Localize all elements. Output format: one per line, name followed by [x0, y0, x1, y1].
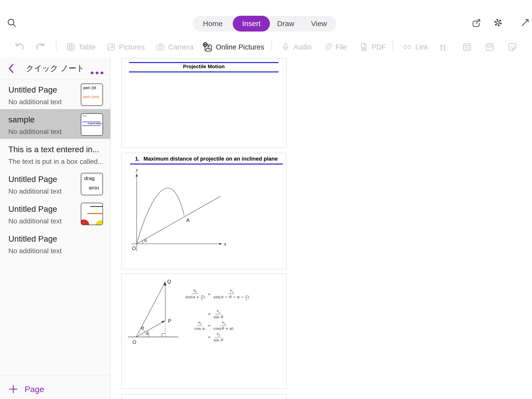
- undo-icon: [14, 42, 24, 52]
- tab-insert[interactable]: Insert: [233, 16, 270, 32]
- microphone-icon: [281, 42, 290, 52]
- page-row-untitled-1[interactable]: Untitled Page No additional text pen (bl…: [0, 79, 110, 109]
- svg-text:O: O: [133, 339, 136, 345]
- svg-text:PDF: PDF: [362, 48, 366, 50]
- thumb-mini-title: Projectile Motion: [88, 123, 102, 124]
- math-pi-icon: π: [439, 42, 446, 52]
- plus-icon: [9, 385, 18, 394]
- tab-draw[interactable]: Draw: [270, 16, 301, 32]
- settings-button[interactable]: [493, 18, 503, 28]
- insert-pdf-button[interactable]: PDF PDF: [359, 37, 386, 57]
- camera-label: Camera: [168, 43, 194, 51]
- online-pictures-label: Online Pictures: [216, 43, 264, 51]
- sidebar-header: クイック ノート: [0, 57, 110, 79]
- page-title-text: Projectile Motion: [129, 64, 279, 69]
- page-subtitle: No additional text: [8, 128, 62, 136]
- svg-text:θ: θ: [141, 325, 144, 331]
- page-row-untitled-4[interactable]: Untitled Page No additional text: [0, 228, 110, 258]
- insert-date-button[interactable]: [462, 37, 472, 57]
- page-thumbnail: pen (bl pen (ora: [81, 83, 103, 106]
- page-title: Untitled Page: [8, 234, 57, 244]
- table-label: Table: [79, 43, 96, 51]
- sidebar-footer-divider: [0, 375, 110, 376]
- insert-pictures-button[interactable]: Pictures: [106, 37, 145, 57]
- equation-row-3: v0 cos α = va cos(θ + α): [183, 320, 250, 331]
- content-block-trajectory[interactable]: 1.Maximum distance of projectile on an i…: [121, 153, 287, 269]
- content-block-vectors[interactable]: Q P O θ α v0 sin(α + π2) = va sin(π − θ …: [121, 273, 287, 389]
- page-row-sample[interactable]: sample No additional text Projectile Mot…: [0, 109, 110, 139]
- page-row-untitled-2[interactable]: Untitled Page No additional text drag ar…: [0, 169, 110, 199]
- link-icon: [403, 42, 412, 52]
- search-icon: [7, 18, 17, 28]
- page-title: This is a text entered in...: [8, 145, 99, 154]
- gear-icon: [493, 18, 503, 28]
- ribbon-divider: [56, 39, 56, 51]
- add-page-button[interactable]: Page: [0, 379, 110, 399]
- title-rule-bottom: [129, 71, 279, 72]
- more-options-button[interactable]: [90, 71, 104, 75]
- insert-file-button[interactable]: File: [323, 37, 347, 57]
- ellipsis-icon: [90, 71, 104, 75]
- content-block-next[interactable]: [121, 394, 287, 399]
- svg-text:y: y: [135, 167, 139, 172]
- ribbon-divider: [393, 39, 393, 51]
- page-subtitle: The text is put in a box called...: [8, 158, 103, 166]
- page-thumbnail: [81, 203, 103, 225]
- share-button[interactable]: [471, 18, 481, 28]
- insert-table-button[interactable]: Table: [66, 37, 96, 57]
- ribbon-tabbar: Home Insert Draw View: [193, 16, 336, 32]
- thumb-yellow-blob: [95, 220, 103, 225]
- title-rule-top: [129, 62, 279, 63]
- thumb-ink-black: pen (bl: [83, 85, 96, 90]
- page-subtitle: No additional text: [8, 247, 62, 255]
- insert-online-pictures-button[interactable]: Online Pictures: [202, 37, 264, 57]
- thumb-blue-line: [82, 125, 100, 126]
- page-title: sample: [8, 115, 34, 124]
- equation-row-4: = vy sin θ: [183, 332, 250, 342]
- page-row-textbox-note[interactable]: This is a text entered in... The text is…: [0, 139, 110, 169]
- insert-camera-button[interactable]: Camera: [156, 37, 194, 57]
- pdf-icon: PDF: [359, 42, 368, 52]
- insert-link-button[interactable]: Link: [403, 37, 428, 57]
- insert-sticker-button[interactable]: [507, 37, 517, 57]
- tab-home[interactable]: Home: [193, 16, 233, 32]
- svg-text:A: A: [186, 217, 190, 223]
- online-pictures-icon: [202, 42, 213, 52]
- insert-audio-button[interactable]: Audio: [281, 37, 312, 57]
- thumb-black-stroke: [90, 206, 102, 207]
- paperclip-icon: [323, 42, 332, 52]
- content-block-title[interactable]: Projectile Motion: [121, 58, 287, 148]
- fullscreen-button[interactable]: [520, 18, 530, 28]
- pictures-icon: [106, 42, 116, 52]
- svg-text:x: x: [224, 241, 227, 247]
- page-title: Untitled Page: [8, 204, 57, 214]
- equation-row-1: v0 sin(α + π2) = va sin(π − θ − α − π2): [183, 288, 250, 300]
- page-subtitle: No additional text: [8, 98, 62, 106]
- undo-button[interactable]: [14, 37, 24, 57]
- insert-textbox-button[interactable]: [485, 37, 495, 57]
- section-heading-text: Maximum distance of projectile on an inc…: [144, 156, 278, 162]
- page-title: Untitled Page: [8, 175, 57, 184]
- page-thumbnail: drag arou: [81, 173, 103, 195]
- share-icon: [471, 18, 481, 28]
- search-button[interactable]: [7, 18, 17, 28]
- thumb-red-blob: [81, 219, 89, 225]
- trajectory-diagram: y x O A α: [122, 167, 286, 269]
- thumb-blue-line: [82, 122, 100, 122]
- tab-view[interactable]: View: [301, 16, 336, 32]
- equation-block: v0 sin(α + π2) = va sin(π − θ − α − π2) …: [183, 288, 250, 342]
- thumb-ink-drag: drag: [84, 175, 95, 181]
- insert-math-button[interactable]: π: [439, 37, 446, 57]
- section-heading: 1.Maximum distance of projectile on an i…: [130, 156, 283, 162]
- link-label: Link: [415, 43, 428, 51]
- svg-text:α: α: [144, 238, 147, 243]
- page-list-sidebar: クイック ノート Untitled Page No additional tex…: [0, 57, 111, 399]
- thumb-orange-stroke: [87, 213, 102, 214]
- page-row-untitled-3[interactable]: Untitled Page No additional text: [0, 199, 110, 228]
- calendar-icon: [462, 42, 472, 52]
- expand-icon: [520, 18, 530, 28]
- svg-text:P: P: [168, 318, 171, 324]
- page-subtitle: No additional text: [8, 217, 62, 225]
- redo-button[interactable]: [36, 37, 46, 57]
- thumb-ink-orange: pen (ora: [83, 94, 99, 99]
